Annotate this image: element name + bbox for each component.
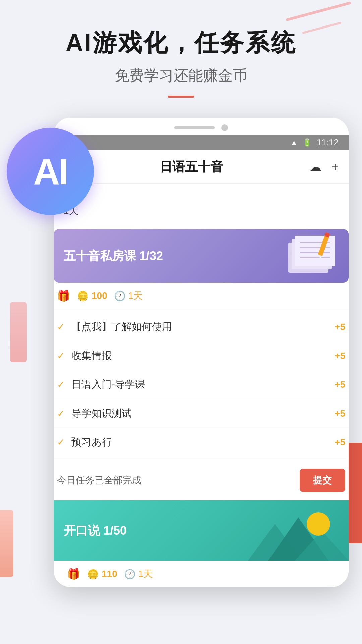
coin-icon-1: 🪙 <box>77 290 89 302</box>
task-item-1-left: ✓ 【点我】了解如何使用 <box>57 320 172 334</box>
task-item-1[interactable]: ✓ 【点我】了解如何使用 +5 <box>54 313 349 341</box>
course-name-1: 五十音私房课 1/32 <box>64 248 163 264</box>
ai-badge: AI <box>7 128 94 215</box>
cloud-icon[interactable]: ☁ <box>309 160 321 174</box>
task-name-5: 预习あ行 <box>71 435 112 449</box>
ai-badge-text: AI <box>33 150 67 193</box>
task-points-1: +5 <box>335 322 345 332</box>
svg-point-13 <box>307 512 330 536</box>
svg-rect-2 <box>295 236 335 266</box>
reward-row-1: 🎁 🪙 100 🕐 1天 <box>54 283 349 309</box>
add-icon[interactable]: + <box>331 160 339 174</box>
task-name-3: 日语入门-导学课 <box>71 378 145 391</box>
content-area: 期限 1天 <box>54 184 349 229</box>
phone-area: AI ▲ 🔋 11:12 ☰ 日语五十音 ☁ + 期限 1天 <box>0 118 362 587</box>
time-info-2: 🕐 1天 <box>124 568 153 580</box>
coin-info-2: 🪙 110 <box>87 569 117 580</box>
mountain-decoration <box>248 511 349 561</box>
phone-camera <box>221 124 228 131</box>
task-item-4[interactable]: ✓ 导学知识测试 +5 <box>54 399 349 428</box>
status-bar: ▲ 🔋 11:12 <box>54 135 349 150</box>
period-label: 期限 <box>64 191 339 203</box>
phone-speaker <box>174 126 215 129</box>
header-icons: ☁ + <box>309 160 339 174</box>
check-icon-5: ✓ <box>57 437 65 448</box>
complete-row: 今日任务已全部完成 提交 <box>54 460 349 500</box>
task-points-2: +5 <box>335 351 345 361</box>
coin-amount-1: 100 <box>92 290 107 301</box>
task-item-5-left: ✓ 预习あ行 <box>57 435 112 449</box>
task-points-4: +5 <box>335 408 345 419</box>
coin-icon-2: 🪙 <box>87 569 99 580</box>
task-item-5[interactable]: ✓ 预习あ行 +5 <box>54 428 349 457</box>
time-info-1: 🕐 1天 <box>114 289 143 302</box>
app-header: ☰ 日语五十音 ☁ + <box>54 150 349 184</box>
battery-icon: 🔋 <box>303 138 312 147</box>
bottom-reward-row: 🎁 🪙 110 🕐 1天 <box>54 561 349 587</box>
task-item-2-left: ✓ 收集情报 <box>57 349 112 363</box>
task-item-2[interactable]: ✓ 收集情报 +5 <box>54 341 349 370</box>
check-icon-4: ✓ <box>57 408 65 419</box>
course-card-1[interactable]: 五十音私房课 1/32 <box>54 229 349 283</box>
time-amount-2: 1天 <box>138 568 153 580</box>
period-value: 1天 <box>64 205 339 217</box>
sub-title: 免费学习还能赚金币 <box>0 66 362 86</box>
task-item-4-left: ✓ 导学知识测试 <box>57 407 132 420</box>
gift-icon-1: 🎁 <box>57 289 70 302</box>
course-name-2: 开口说 1/50 <box>64 523 127 539</box>
task-name-4: 导学知识测试 <box>71 407 132 420</box>
task-item-3-left: ✓ 日语入门-导学课 <box>57 378 145 391</box>
hero-section: AI游戏化，任务系统 免费学习还能赚金币 <box>0 0 362 98</box>
divider <box>168 96 194 98</box>
book-decoration <box>282 232 342 279</box>
clock-icon-2: 🕐 <box>124 569 136 580</box>
submit-button[interactable]: 提交 <box>300 469 345 492</box>
phone-frame: ▲ 🔋 11:12 ☰ 日语五十音 ☁ + 期限 1天 五十音私房课 1/32 <box>54 118 349 587</box>
signal-icon: ▲ <box>290 138 298 147</box>
check-icon-2: ✓ <box>57 350 65 361</box>
task-item-3[interactable]: ✓ 日语入门-导学课 +5 <box>54 370 349 399</box>
task-points-3: +5 <box>335 379 345 390</box>
status-time: 11:12 <box>317 137 339 148</box>
course-card-2[interactable]: 开口说 1/50 <box>54 500 349 561</box>
check-icon-3: ✓ <box>57 379 65 390</box>
coin-amount-2: 110 <box>102 569 117 579</box>
task-list: ✓ 【点我】了解如何使用 +5 ✓ 收集情报 +5 ✓ 日语入门-导学课 +5 <box>54 309 349 460</box>
complete-text: 今日任务已全部完成 <box>57 474 141 487</box>
clock-icon-1: 🕐 <box>114 290 126 302</box>
gift-icon-2: 🎁 <box>67 568 80 580</box>
time-amount-1: 1天 <box>128 289 143 302</box>
main-title: AI游戏化，任务系统 <box>0 27 362 59</box>
task-name-2: 收集情报 <box>71 349 112 363</box>
phone-notch <box>54 118 349 135</box>
coin-info-1: 🪙 100 <box>77 290 107 302</box>
app-title: 日语五十音 <box>160 158 223 175</box>
task-name-1: 【点我】了解如何使用 <box>71 320 172 334</box>
task-points-5: +5 <box>335 437 345 448</box>
check-icon-1: ✓ <box>57 321 65 332</box>
